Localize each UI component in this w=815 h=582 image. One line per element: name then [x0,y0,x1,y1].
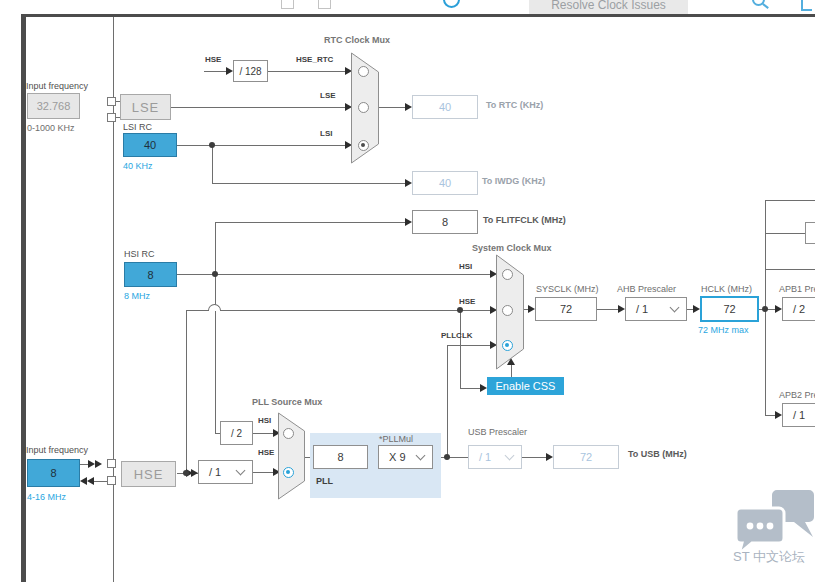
wire [379,107,405,108]
lse-pin-handle[interactable] [107,97,116,106]
lse-pin-handle[interactable] [107,113,116,122]
wire [775,411,782,419]
lsi-signal-label: LSI [320,129,332,138]
rtc-mux-hse-radio[interactable] [358,66,369,77]
wire [204,71,226,72]
wire [212,271,218,277]
lsi-value-box[interactable]: 40 [123,133,177,157]
wire [183,470,189,476]
to-flitfclk-value-box: 8 [412,210,478,234]
hse-prescaler-dropdown[interactable]: / 1 [198,460,253,484]
layout-icon[interactable] [281,0,294,9]
hse-input-frequency-field[interactable]: 8 [27,459,80,487]
panel-icon[interactable] [801,0,812,11]
resolve-clock-issues-button: Resolve Clock Issues [529,0,688,14]
wire [460,388,480,389]
to-usb-value-box: 72 [553,445,619,469]
pll-mux-shape [278,412,305,500]
lsi-freq-note: 40 KHz [123,161,153,171]
hsi-value-box[interactable]: 8 [124,262,177,287]
hse-oscillator-box: HSE [121,461,176,487]
apb2-prescaler-dropdown[interactable]: / 1 [782,403,815,427]
hclk-value-box[interactable]: 72 [700,296,759,322]
pll-mux-hsi-radio[interactable] [283,428,294,439]
wire [212,183,405,184]
sys-hse-signal-label: HSE [459,297,475,306]
forum-watermark-logo [728,484,815,554]
forum-watermark-text: ST 中文论坛 [733,548,805,566]
wire [522,457,546,458]
wire [177,274,490,275]
pllmul-dropdown[interactable]: X 9 [378,445,433,469]
wire [460,310,461,388]
wire [765,269,815,270]
wire [444,454,450,460]
wire [597,309,618,310]
lse-input-frequency-label: Input frequency [26,81,88,91]
usb-prescaler-label: USB Prescaler [468,427,527,437]
rtc-mux-lsi-radio[interactable] [358,140,369,151]
hclk-max-note: 72 MHz max [698,325,749,335]
usb-prescaler-value: / 1 [479,451,491,463]
wire [215,222,216,434]
peripheral-box [805,222,815,244]
to-flitfclk-label: To FLITFCLK (MHz) [483,215,566,225]
pll-hsi-divider-box: / 2 [220,421,253,445]
to-rtc-label: To RTC (KHz) [486,100,543,110]
refresh-icon[interactable] [443,0,460,8]
wire [186,310,208,311]
wire [765,415,775,416]
apb1-prescaler-dropdown[interactable]: / 2 [782,297,815,321]
system-mux-hsi-radio[interactable] [502,269,513,280]
hse-pin-handle[interactable] [107,459,116,468]
canvas-left-border [21,14,26,582]
to-iwdg-value-box: 40 [412,171,478,195]
hse-pin-handle[interactable] [107,476,116,485]
ahb-prescaler-label: AHB Prescaler [617,284,676,294]
chevron-down-icon [505,451,515,461]
sysclk-value-box[interactable]: 72 [535,297,597,321]
wire [208,304,221,311]
wire [480,384,487,392]
hclk-label: HCLK (MHz) [701,284,752,294]
ahb-prescaler-value: / 1 [636,303,648,315]
system-mux-pllclk-radio[interactable] [502,340,513,351]
to-usb-label: To USB (MHz) [628,449,687,459]
wire [693,305,700,313]
chevron-down-icon [236,466,246,476]
wire [221,310,490,311]
wire [268,71,345,72]
lsi-title: LSI RC [123,122,152,132]
wire [87,477,94,485]
wire [191,469,198,477]
pllmul-label: *PLLMul [379,434,413,444]
pll-mux-title: PLL Source Mux [252,397,322,407]
pll-hse-signal-label: HSE [258,448,274,457]
wire [405,179,412,187]
wire [215,222,405,223]
rtc-mux-lse-radio[interactable] [358,102,369,113]
wire [226,67,233,75]
system-mux-hse-radio[interactable] [502,305,513,316]
wire [765,233,805,234]
wire [212,145,213,184]
enable-css-button[interactable]: Enable CSS [487,377,564,395]
rtc-mux-title: RTC Clock Mux [324,35,390,45]
canvas-top-border [21,14,815,17]
lse-input-frequency-field: 32.768 [27,93,80,119]
hse-range-label: 4-16 MHz [27,492,66,502]
sys-hsi-signal-label: HSI [459,262,472,271]
hsi-freq-note: 8 MHz [124,291,150,301]
lse-oscillator-box: LSE [120,94,171,120]
wire [762,306,768,312]
search-icon-handle [762,3,769,9]
apb1-prescaler-label: APB1 Pre [779,284,815,294]
grid-icon[interactable] [318,0,331,9]
pll-input-value-box: 8 [313,445,368,469]
clock-configuration-canvas: Resolve Clock Issues [0,0,815,582]
wire [618,305,625,313]
ahb-prescaler-dropdown[interactable]: / 1 [625,297,687,321]
lse-signal-label: LSE [320,91,336,100]
pllmul-value: X 9 [389,451,406,463]
pll-mux-hse-radio[interactable] [283,467,294,478]
